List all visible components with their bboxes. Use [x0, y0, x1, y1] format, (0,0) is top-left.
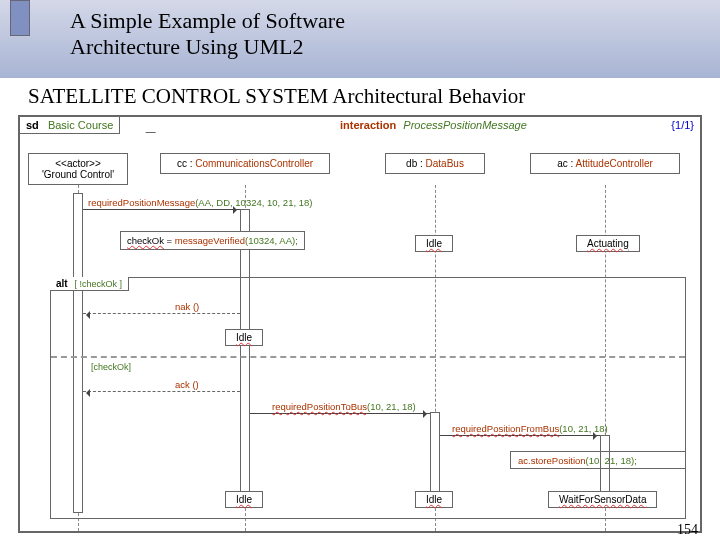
ac-obj: ac : — [557, 158, 575, 169]
state-ac-waitsensor: WaitForSensorData — [548, 491, 657, 508]
frame-label: sd Basic Course — [20, 117, 120, 134]
verify-var: checkOk — [127, 235, 164, 246]
msg-ack: ack () — [175, 379, 199, 390]
arrow-nak — [83, 313, 240, 314]
verify-params: (10324, AA); — [245, 235, 298, 246]
db-class: DataBus — [426, 158, 464, 169]
verify-fn: messageVerified — [175, 235, 245, 246]
state-ac-actuating: Actuating — [576, 235, 640, 252]
alt-keyword: alt — [56, 278, 68, 289]
alt-guard2: [checkOk] — [91, 362, 131, 372]
msg-tobus-params: (10, 21, 18) — [367, 401, 416, 412]
interaction-name: ProcessPositionMessage — [403, 119, 527, 131]
page-counter: {1/1} — [671, 119, 694, 131]
frame-kind: sd — [26, 119, 39, 131]
slide-title-bar: A Simple Example of Software Architectur… — [0, 0, 720, 78]
lifeline-db: db : DataBus — [385, 153, 485, 174]
title-line2: Architecture Using UML2 — [70, 34, 303, 59]
interaction-label: interaction ProcessPositionMessage — [340, 119, 527, 131]
msg-frombus-name: requiredPositionFromBus — [452, 423, 559, 434]
msg-tobus: requiredPositionToBus(10, 21, 18) — [272, 401, 416, 412]
slide-title: A Simple Example of Software Architectur… — [40, 4, 712, 61]
ac-class: AttitudeController — [576, 158, 653, 169]
db-obj: db : — [406, 158, 425, 169]
msg-frombus: requiredPositionFromBus(10, 21, 18) — [452, 423, 608, 434]
msg-reqpos-name: requiredPositionMessage — [88, 197, 195, 208]
state-db-idle-2: Idle — [415, 491, 453, 508]
lifeline-ground-control: <<actor>> 'Ground Control' — [28, 153, 128, 185]
actor-stereotype: <<actor>> — [31, 158, 125, 169]
msg-tobus-name: requiredPositionToBus — [272, 401, 367, 412]
actor-name: 'Ground Control' — [31, 169, 125, 180]
cc-class: CommunicationsController — [195, 158, 313, 169]
alt-label: alt [ !checkOk ] — [50, 277, 129, 291]
interaction-keyword: interaction — [340, 119, 396, 131]
title-line1: A Simple Example of Software — [70, 8, 345, 33]
alt-separator — [51, 356, 685, 358]
slide-page-number: 154 — [677, 522, 698, 538]
arrow-ack — [83, 391, 240, 392]
frame-name: Basic Course — [48, 119, 113, 131]
arrow-reqpos — [83, 209, 240, 210]
slide-subtitle: SATELLITE CONTROL SYSTEM Architectural B… — [0, 78, 720, 113]
sequence-diagram: sd Basic Course interaction ProcessPosit… — [18, 115, 702, 533]
arrow-tobus — [250, 413, 430, 414]
state-db-idle-initial: Idle — [415, 235, 453, 252]
lifeline-ac: ac : AttitudeController — [530, 153, 680, 174]
lifeline-cc: cc : CommunicationsController — [160, 153, 330, 174]
action-verify: checkOk = messageVerified(10324, AA); — [120, 231, 305, 250]
alt-guard1: [ !checkOk ] — [74, 279, 122, 289]
state-cc-idle-1: Idle — [225, 329, 263, 346]
action-store-box — [510, 451, 686, 469]
msg-frombus-params: (10, 21, 18) — [559, 423, 608, 434]
msg-reqpos-params: (AA, DD, 10324, 10, 21, 18) — [195, 197, 312, 208]
title-tab-shape — [10, 0, 30, 36]
arrow-frombus — [440, 435, 600, 436]
msg-reqpos: requiredPositionMessage(AA, DD, 10324, 1… — [88, 197, 312, 208]
cc-obj: cc : — [177, 158, 195, 169]
state-cc-idle-2: Idle — [225, 491, 263, 508]
frame-tab-notch — [145, 117, 164, 133]
msg-nak: nak () — [175, 301, 199, 312]
